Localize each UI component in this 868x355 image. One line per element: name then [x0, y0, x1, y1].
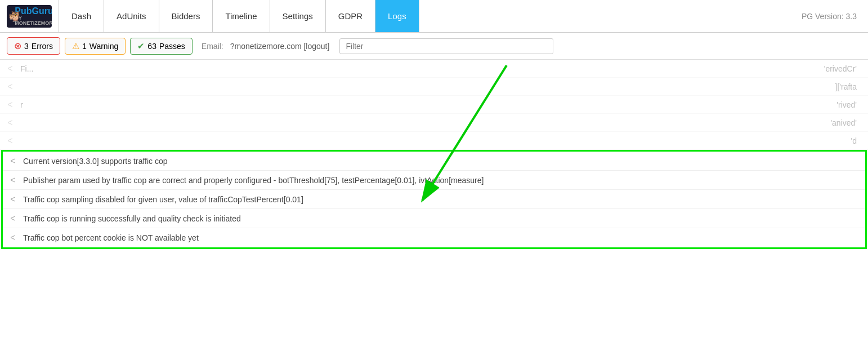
chevron-icon: < [3, 233, 23, 243]
warning-badge[interactable]: ⚠ 1 Warning [65, 38, 126, 55]
log-row-highlighted: < Current version[3.3.0] supports traffi… [3, 152, 865, 171]
log-text: Traffic cop is running successfully and … [23, 214, 865, 223]
passes-label: Passes [159, 42, 185, 51]
log-middle: 'd [840, 136, 868, 145]
log-text: Traffic cop sampling disabled for given … [23, 195, 865, 204]
log-text: Fi... [20, 64, 813, 73]
logo-by: BY MONETIZEMORE [15, 16, 52, 26]
log-row: < ]['rafta [0, 78, 868, 96]
logo-image: 🦉 PubGuru BY MONETIZEMORE [7, 5, 52, 28]
logo: 🦉 PubGuru BY MONETIZEMORE [0, 0, 59, 32]
log-middle: 'anived' [819, 118, 868, 127]
tab-adunits[interactable]: AdUnits [104, 0, 159, 32]
log-row: < 'anived' [0, 114, 868, 132]
log-middle: 'rived' [825, 100, 868, 109]
email-value: ?monetizemore.com [logout] [230, 42, 330, 51]
log-area: < Fi... 'erivedCr' < ]['rafta < r 'rived… [0, 60, 868, 336]
chevron-icon: < [0, 136, 20, 146]
chevron-icon: < [0, 64, 20, 74]
log-middle: ]['rafta [824, 82, 868, 91]
log-middle: 'erivedCr' [813, 64, 868, 73]
chevron-icon: < [3, 194, 23, 205]
log-row: < r 'rived' [0, 96, 868, 114]
toolbar: ⊗ 3 Errors ⚠ 1 Warning ✔ 63 Passes Email… [0, 33, 868, 60]
tab-bidders[interactable]: Bidders [159, 0, 213, 32]
logo-guru: Guru [32, 7, 52, 16]
log-row-highlighted: < Traffic cop bot percent cookie is NOT … [3, 228, 865, 247]
tab-dash[interactable]: Dash [59, 0, 104, 32]
tab-gdpr[interactable]: GDPR [326, 0, 375, 32]
logo-pub: Pub [15, 7, 32, 16]
errors-label: Errors [32, 42, 53, 51]
log-text: Current version[3.3.0] supports traffic … [23, 157, 865, 166]
chevron-icon: < [0, 118, 20, 128]
highlighted-section: < Current version[3.3.0] supports traffi… [1, 150, 867, 249]
log-row-highlighted: < Traffic cop is running successfully an… [3, 209, 865, 228]
chevron-icon: < [3, 214, 23, 224]
tab-logs[interactable]: Logs [375, 0, 419, 32]
log-text: Publisher param used by traffic cop are … [23, 176, 865, 185]
tab-timeline[interactable]: Timeline [213, 0, 270, 32]
pass-icon: ✔ [137, 41, 145, 51]
warning-label: Warning [90, 42, 119, 51]
log-row-highlighted: < Publisher param used by traffic cop ar… [3, 171, 865, 190]
log-row-highlighted: < Traffic cop sampling disabled for give… [3, 190, 865, 209]
log-text: r [20, 100, 825, 109]
chevron-icon: < [0, 82, 20, 92]
chevron-icon: < [0, 100, 20, 110]
chevron-icon: < [3, 175, 23, 185]
filter-input[interactable] [339, 38, 553, 54]
log-row: < Fi... 'erivedCr' [0, 60, 868, 78]
warning-icon: ⚠ [72, 41, 79, 51]
version-label: PG Version: 3.3 [802, 12, 868, 21]
log-row: < 'd [0, 132, 868, 150]
errors-badge[interactable]: ⊗ 3 Errors [7, 37, 60, 55]
warning-count: 1 [82, 42, 87, 51]
passes-badge[interactable]: ✔ 63 Passes [130, 38, 193, 55]
email-label: Email: [202, 42, 223, 51]
errors-count: 3 [24, 42, 29, 51]
chevron-icon: < [3, 156, 23, 166]
tab-settings[interactable]: Settings [270, 0, 326, 32]
passes-count: 63 [147, 42, 156, 51]
error-icon: ⊗ [14, 41, 21, 51]
log-text: Traffic cop bot percent cookie is NOT av… [23, 233, 865, 242]
navbar: 🦉 PubGuru BY MONETIZEMORE Dash AdUnits B… [0, 0, 868, 33]
blurred-log-rows: < Fi... 'erivedCr' < ]['rafta < r 'rived… [0, 60, 868, 150]
